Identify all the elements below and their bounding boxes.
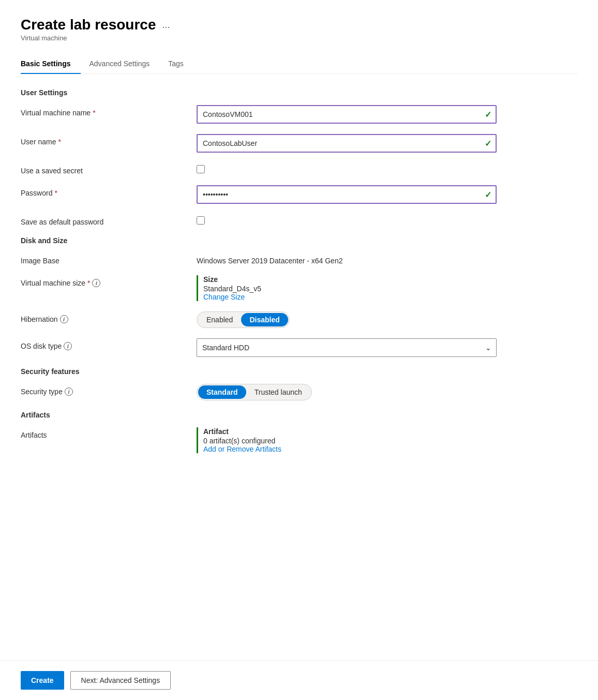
image-base-row: Image Base Windows Server 2019 Datacente… — [21, 253, 577, 265]
security-type-label: Security type i — [21, 384, 197, 396]
artifact-block: Artifact 0 artifact(s) configured Add or… — [197, 427, 577, 453]
saved-secret-checkbox-wrapper — [197, 163, 577, 173]
user-name-row: User name * ✓ — [21, 134, 577, 153]
vm-size-info-icon[interactable]: i — [92, 279, 100, 287]
main-content: Create lab resource ... Virtual machine … — [0, 0, 598, 660]
hibernation-disabled-button[interactable]: Disabled — [241, 313, 288, 326]
saved-secret-control — [197, 163, 577, 173]
security-standard-button[interactable]: Standard — [198, 385, 246, 399]
security-type-toggle-group: Standard Trusted launch — [197, 384, 312, 400]
size-block: Size Standard_D4s_v5 Change Size — [197, 275, 577, 301]
user-settings-title: User Settings — [21, 88, 577, 97]
hibernation-label: Hibernation i — [21, 311, 197, 323]
disk-size-title: Disk and Size — [21, 236, 577, 245]
artifacts-row: Artifacts Artifact 0 artifact(s) configu… — [21, 427, 577, 453]
artifacts-section: Artifacts — [21, 411, 577, 419]
page-header: Create lab resource ... — [21, 17, 577, 33]
os-disk-type-info-icon[interactable]: i — [64, 342, 72, 350]
vm-name-control: ✓ — [197, 105, 577, 124]
os-disk-type-select[interactable]: Standard HDD Standard SSD Premium SSD — [197, 338, 497, 357]
security-features-title: Security features — [21, 367, 577, 376]
os-disk-type-row: OS disk type i Standard HDD Standard SSD… — [21, 338, 577, 357]
vm-size-control: Size Standard_D4s_v5 Change Size — [197, 275, 577, 301]
artifacts-control: Artifact 0 artifact(s) configured Add or… — [197, 427, 577, 453]
user-name-required: * — [58, 138, 61, 146]
artifact-count: 0 artifact(s) configured — [203, 437, 577, 445]
hibernation-row: Hibernation i Enabled Disabled — [21, 311, 577, 328]
page-container: Create lab resource ... Virtual machine … — [0, 0, 598, 700]
user-name-control: ✓ — [197, 134, 577, 153]
save-default-checkbox-wrapper — [197, 214, 577, 225]
password-control: ✓ — [197, 185, 577, 204]
hibernation-enabled-button[interactable]: Enabled — [198, 313, 241, 326]
vm-name-label: Virtual machine name * — [21, 105, 197, 117]
password-input-wrapper: ✓ — [197, 185, 497, 204]
vm-size-label: Virtual machine size * i — [21, 275, 197, 287]
security-type-info-icon[interactable]: i — [65, 388, 73, 396]
page-title: Create lab resource — [21, 17, 156, 33]
tabs-bar: Basic Settings Advanced Settings Tags — [21, 54, 577, 74]
vm-name-row: Virtual machine name * ✓ — [21, 105, 577, 124]
vm-name-input-wrapper: ✓ — [197, 105, 497, 124]
tab-advanced-settings[interactable]: Advanced Settings — [89, 54, 160, 74]
artifact-heading: Artifact — [203, 427, 577, 436]
vm-name-input[interactable] — [197, 105, 497, 124]
password-required: * — [54, 189, 57, 197]
create-button[interactable]: Create — [21, 671, 64, 690]
saved-secret-label: Use a saved secret — [21, 163, 197, 175]
artifacts-section-title: Artifacts — [21, 411, 577, 419]
user-settings-section: User Settings — [21, 88, 577, 97]
change-size-link[interactable]: Change Size — [203, 293, 245, 301]
password-input[interactable] — [197, 185, 497, 204]
save-default-password-row: Save as default password — [21, 214, 577, 226]
artifacts-label: Artifacts — [21, 427, 197, 439]
hibernation-info-icon[interactable]: i — [60, 315, 68, 323]
os-disk-type-control: Standard HDD Standard SSD Premium SSD ⌄ — [197, 338, 577, 357]
user-name-input[interactable] — [197, 134, 497, 153]
security-type-row: Security type i Standard Trusted launch — [21, 384, 577, 400]
password-label: Password * — [21, 185, 197, 197]
save-default-password-label: Save as default password — [21, 214, 197, 226]
save-default-password-control — [197, 214, 577, 225]
add-remove-artifacts-link[interactable]: Add or Remove Artifacts — [203, 445, 281, 453]
user-name-label: User name * — [21, 134, 197, 146]
security-trusted-launch-button[interactable]: Trusted launch — [246, 385, 310, 399]
os-disk-type-label: OS disk type i — [21, 338, 197, 350]
vm-name-required: * — [93, 109, 95, 117]
size-value: Standard_D4s_v5 — [203, 285, 577, 293]
os-disk-type-select-wrapper: Standard HDD Standard SSD Premium SSD ⌄ — [197, 338, 497, 357]
password-check-icon: ✓ — [485, 190, 491, 200]
next-advanced-settings-button[interactable]: Next: Advanced Settings — [70, 671, 171, 690]
hibernation-control: Enabled Disabled — [197, 311, 577, 328]
image-base-text: Windows Server 2019 Datacenter - x64 Gen… — [197, 253, 577, 265]
size-heading: Size — [203, 275, 577, 284]
user-name-input-wrapper: ✓ — [197, 134, 497, 153]
hibernation-toggle-group: Enabled Disabled — [197, 311, 290, 328]
image-base-label: Image Base — [21, 253, 197, 265]
password-row: Password * ✓ — [21, 185, 577, 204]
saved-secret-row: Use a saved secret — [21, 163, 577, 175]
page-ellipsis-button[interactable]: ... — [162, 20, 170, 31]
page-subtitle: Virtual machine — [21, 34, 577, 42]
disk-size-section: Disk and Size — [21, 236, 577, 245]
saved-secret-checkbox[interactable] — [197, 165, 205, 173]
save-default-checkbox[interactable] — [197, 216, 205, 225]
security-features-section: Security features — [21, 367, 577, 376]
security-type-control: Standard Trusted launch — [197, 384, 577, 400]
footer-bar: Create Next: Advanced Settings — [0, 660, 598, 700]
tab-tags[interactable]: Tags — [168, 54, 194, 74]
image-base-value: Windows Server 2019 Datacenter - x64 Gen… — [197, 253, 577, 265]
vm-size-row: Virtual machine size * i Size Standard_D… — [21, 275, 577, 301]
tab-basic-settings[interactable]: Basic Settings — [21, 54, 81, 74]
user-name-check-icon: ✓ — [485, 139, 491, 148]
vm-size-required: * — [87, 279, 90, 287]
vm-name-check-icon: ✓ — [485, 110, 491, 120]
